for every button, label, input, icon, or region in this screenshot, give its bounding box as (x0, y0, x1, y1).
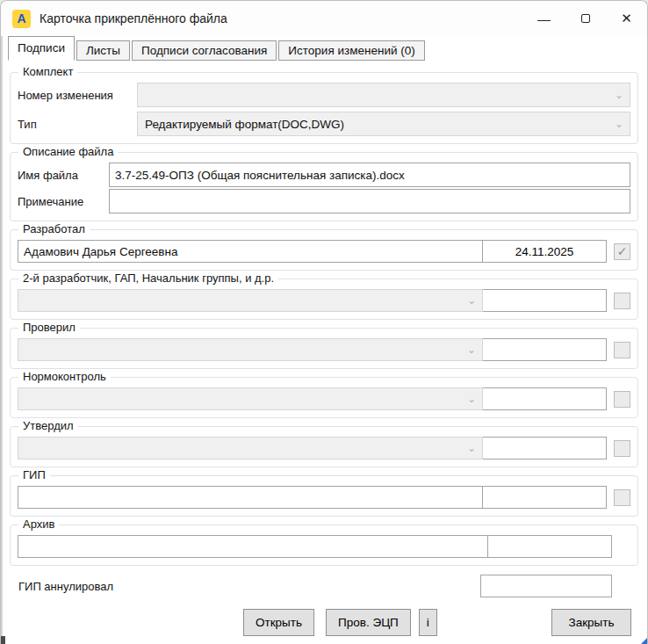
group-second-developer: 2-й разработчик, ГАП, Начальник группы, … (10, 279, 638, 320)
chevron-down-icon: ⌄ (615, 119, 623, 129)
change-number-dropdown[interactable]: ⌄ (137, 83, 630, 107)
app-icon: A (12, 10, 31, 28)
chevron-down-icon: ⌄ (615, 90, 623, 100)
group-komplekt-title: Комплект (18, 65, 77, 78)
second-developer-dropdown[interactable]: ⌄ (18, 289, 483, 312)
approver-dropdown[interactable]: ⌄ (18, 437, 483, 459)
gip-annulled-date-field[interactable] (480, 575, 612, 597)
note-input[interactable] (109, 189, 630, 213)
caption-buttons: — ✕ (523, 1, 647, 36)
note-label: Примечание (18, 195, 109, 208)
window-title: Карточка прикреплённого файла (40, 11, 227, 25)
info-button[interactable]: i (419, 609, 437, 636)
close-dialog-button[interactable]: Закрыть (551, 609, 631, 636)
minimize-icon: — (537, 11, 551, 26)
tab-podpisi[interactable]: Подписи (8, 36, 75, 61)
group-developer-title: Разработал (18, 222, 90, 235)
dialog-window: A Карточка прикреплённого файла — ✕ Подп… (0, 0, 648, 644)
approver-signed-checkbox[interactable] (614, 440, 630, 457)
normcontrol-dropdown[interactable]: ⌄ (18, 387, 483, 410)
group-second-developer-title: 2-й разработчик, ГАП, Начальник группы, … (18, 271, 278, 285)
gip-annulled-label: ГИП аннулировал (18, 580, 480, 593)
titlebar: A Карточка прикреплённого файла — ✕ (1, 1, 647, 36)
background-window-edge (1, 36, 3, 644)
background-artifact-bottom-left (1, 636, 5, 644)
group-file-description: Описание файла Имя файла Примечание (10, 152, 638, 221)
gip-annulled-row: ГИП аннулировал (18, 575, 633, 597)
group-file-description-title: Описание файла (18, 145, 118, 158)
archive-name-input[interactable] (18, 535, 488, 558)
checker-date-field[interactable] (482, 338, 607, 361)
filename-label: Имя файла (18, 169, 109, 182)
developer-signed-checkbox[interactable]: ✓ (614, 243, 630, 260)
verify-signature-button[interactable]: Пров. ЭЦП (326, 609, 411, 636)
gip-name-input[interactable] (18, 486, 483, 509)
button-bar: Открыть Пров. ЭЦП i Закрыть (6, 609, 642, 636)
tab-istoriya-izmeneniy[interactable]: История изменений (0) (278, 40, 424, 61)
gip-signed-checkbox[interactable] (614, 489, 630, 506)
chevron-down-icon: ⌄ (467, 443, 476, 453)
close-icon: ✕ (621, 11, 632, 26)
group-normcontrol: Нормоконтроль ⌄ (10, 377, 638, 418)
open-button[interactable]: Открыть (243, 609, 314, 636)
checkmark-icon: ✓ (617, 244, 628, 258)
chevron-down-icon: ⌄ (467, 344, 476, 355)
maximize-button[interactable] (565, 1, 606, 36)
second-developer-signed-checkbox[interactable] (614, 293, 630, 309)
filename-input[interactable] (109, 163, 630, 187)
group-komplekt: Комплект Номер изменения ⌄ Тип Редактиру… (10, 72, 638, 144)
gip-date-field[interactable] (482, 486, 607, 509)
checker-dropdown[interactable]: ⌄ (18, 338, 483, 361)
chevron-down-icon: ⌄ (467, 295, 476, 306)
change-number-label: Номер изменения (18, 89, 137, 102)
group-approver: Утвердил ⌄ (10, 426, 638, 467)
minimize-button[interactable]: — (523, 1, 565, 36)
maximize-icon (581, 14, 590, 23)
group-gip-title: ГИП (18, 468, 50, 481)
group-checker-title: Проверил (18, 321, 80, 334)
developer-name-input[interactable] (18, 240, 483, 263)
type-value: Редактируемый формат(DOC,DWG) (145, 118, 344, 131)
second-developer-date-field[interactable] (482, 289, 607, 312)
tab-page-content: Комплект Номер изменения ⌄ Тип Редактиру… (1, 61, 647, 636)
tab-podpisi-soglasovaniya[interactable]: Подписи согласования (132, 40, 277, 61)
background-artifact-bottom-right (641, 638, 647, 644)
type-dropdown[interactable]: Редактируемый формат(DOC,DWG) ⌄ (137, 112, 630, 136)
normcontrol-date-field[interactable] (482, 387, 607, 410)
normcontrol-signed-checkbox[interactable] (614, 391, 630, 408)
group-archive-title: Архив (18, 517, 59, 531)
group-checker: Проверил ⌄ (10, 328, 638, 369)
close-button[interactable]: ✕ (606, 1, 647, 36)
group-developer: Разработал ✓ (10, 229, 638, 271)
archive-date-field[interactable] (487, 535, 612, 558)
type-label: Тип (18, 118, 137, 131)
approver-date-field[interactable] (482, 437, 607, 459)
group-normcontrol-title: Нормоконтроль (18, 370, 111, 383)
group-gip: ГИП (10, 475, 638, 517)
checker-signed-checkbox[interactable] (614, 342, 630, 358)
tab-listy[interactable]: Листы (76, 40, 130, 61)
group-approver-title: Утвердил (18, 419, 78, 432)
tab-strip: Подписи Листы Подписи согласования Истор… (1, 36, 647, 61)
group-archive: Архив (10, 525, 638, 566)
chevron-down-icon: ⌄ (467, 394, 476, 404)
developer-date-field[interactable] (482, 240, 607, 263)
